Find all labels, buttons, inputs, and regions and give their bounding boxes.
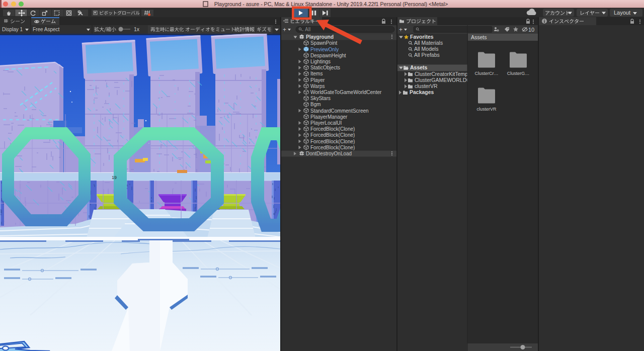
svg-text:All Prefabs: All Prefabs (414, 52, 440, 58)
svg-text:PlayerLocalUI: PlayerLocalUI (310, 120, 342, 126)
svg-text:Packages: Packages (410, 89, 434, 95)
svg-text:+: + (399, 26, 403, 33)
svg-text:ClusterGAMEWORLDCl: ClusterGAMEWORLDCl (415, 77, 471, 83)
svg-text:StaticObjects: StaticObjects (310, 65, 340, 70)
svg-text:1x: 1x (134, 26, 140, 32)
svg-text:PreviewOnly: PreviewOnly (310, 47, 339, 52)
svg-text:ClusterCr…: ClusterCr… (474, 71, 498, 76)
svg-text:Favorites: Favorites (410, 34, 434, 40)
svg-text:Free Aspect: Free Aspect (33, 27, 60, 32)
svg-text:clusterVR: clusterVR (415, 83, 438, 89)
svg-text:StandardCommentScreen: StandardCommentScreen (310, 108, 369, 114)
svg-text:+: + (283, 26, 286, 33)
svg-text:Playground: Playground (306, 34, 334, 40)
svg-text:Warps: Warps (310, 83, 325, 89)
svg-text:Items: Items (310, 71, 323, 76)
svg-text:ClusterCreatorKitTemp: ClusterCreatorKitTemp (415, 71, 468, 77)
svg-text:WorldGateToGameWorldCenter: WorldGateToGameWorldCenter (310, 90, 382, 95)
svg-text:ClusterG…: ClusterG… (507, 71, 530, 76)
svg-text:Assets: Assets (471, 34, 487, 40)
svg-text:PlaayerManager: PlaayerManager (310, 114, 348, 120)
svg-text:ForcedBlock(Clone): ForcedBlock(Clone) (310, 145, 355, 150)
svg-text:DontDestroyOnLoad: DontDestroyOnLoad (306, 151, 352, 156)
svg-text:19: 19 (112, 175, 117, 180)
svg-text:Display 1: Display 1 (2, 27, 23, 32)
svg-text:Player: Player (310, 77, 325, 83)
svg-text:All Models: All Models (414, 46, 438, 52)
svg-text:Lightings: Lightings (310, 59, 331, 64)
svg-text:Playground - asure - PC, Mac &: Playground - asure - PC, Mac & Linux Sta… (214, 1, 448, 7)
svg-text:SkyStars: SkyStars (310, 96, 331, 101)
svg-text:ForcedBlock(Clone): ForcedBlock(Clone) (310, 139, 355, 144)
svg-text:clusterVR: clusterVR (476, 107, 497, 112)
svg-text:Assets: Assets (410, 64, 428, 70)
svg-text:ForcedBlock(Clone): ForcedBlock(Clone) (310, 132, 355, 138)
svg-text:DespawnHeight: DespawnHeight (310, 53, 346, 58)
svg-text:Layout: Layout (614, 10, 630, 16)
svg-text:All Materials: All Materials (414, 40, 443, 46)
svg-text:10: 10 (528, 27, 534, 33)
svg-text:SpawnPoint: SpawnPoint (310, 40, 338, 46)
svg-text:All: All (305, 27, 310, 32)
svg-text:Bgm: Bgm (310, 102, 321, 107)
svg-text:ForcedBlock(Clone): ForcedBlock(Clone) (310, 126, 355, 132)
